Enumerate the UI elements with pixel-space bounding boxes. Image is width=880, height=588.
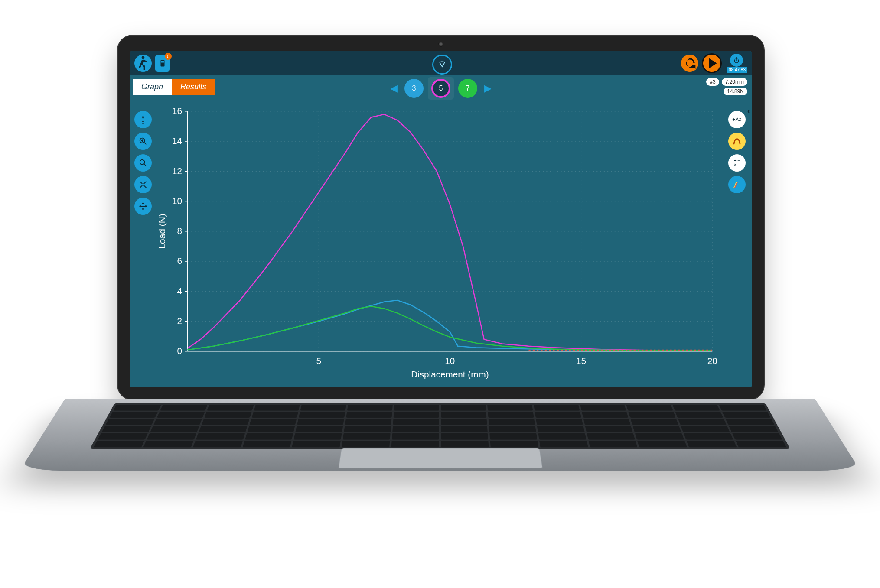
readout-series: #3 — [706, 78, 719, 86]
plot-area: yx ‹ +Aa + −× ÷ 02468101214165101520Disp… — [130, 98, 752, 387]
axes-xy-icon: yx — [142, 115, 144, 124]
refresh-icon — [681, 55, 698, 72]
device-status-button[interactable]: 0 — [155, 55, 170, 72]
zoom-out-icon — [138, 158, 148, 168]
zoom-in-tool[interactable] — [134, 133, 152, 150]
right-toolbar-toggle[interactable]: ‹ — [747, 107, 750, 116]
trackpad — [338, 448, 542, 468]
run-chip-5[interactable]: 5 — [431, 79, 450, 98]
play-button[interactable] — [702, 53, 722, 73]
timer-readout: 08:47.83 — [727, 67, 747, 73]
webcam-dot — [438, 42, 443, 47]
keyboard-keys — [90, 403, 790, 449]
svg-text:12: 12 — [172, 166, 182, 176]
run-chip-3[interactable]: 3 — [404, 79, 424, 98]
device-badge-count: 0 — [165, 53, 172, 60]
running-person-icon — [134, 55, 152, 72]
refresh-button[interactable] — [681, 55, 698, 72]
fit-tool[interactable] — [134, 176, 152, 193]
svg-text:Displacement (mm): Displacement (mm) — [411, 369, 489, 379]
svg-text:Load (N): Load (N) — [157, 214, 167, 249]
svg-rect-1 — [161, 61, 164, 63]
svg-text:20: 20 — [707, 356, 717, 366]
app-screen: 0 08:47. — [130, 51, 752, 387]
readout-y: 14.89N — [724, 88, 747, 95]
laptop-mockup: 0 08:47. — [117, 35, 763, 481]
svg-text:14: 14 — [172, 136, 182, 146]
peak-icon — [732, 136, 742, 146]
annotate-icon: +Aa — [732, 117, 742, 123]
exit-button[interactable] — [134, 55, 152, 72]
peak-tool[interactable] — [728, 133, 746, 150]
chart-svg[interactable]: 02468101214165101520Displacement (mm)Loa… — [156, 102, 721, 383]
calculator-icon: + −× ÷ — [734, 159, 740, 167]
subheader: Graph Results ◀ 3 5 7 ▶ #3 7.20mm 14.89N — [130, 75, 752, 98]
svg-text:10: 10 — [445, 356, 455, 366]
svg-text:5: 5 — [316, 356, 321, 366]
laptop-bezel: 0 08:47. — [117, 35, 765, 400]
compare-tool[interactable] — [728, 176, 746, 193]
left-toolbar: yx — [134, 111, 152, 215]
run-chip-7[interactable]: 7 — [458, 79, 477, 98]
svg-text:8: 8 — [177, 226, 183, 236]
top-bar: 0 08:47. — [130, 51, 752, 75]
run-prev-button[interactable]: ◀ — [388, 83, 400, 94]
tab-results[interactable]: Results — [172, 79, 215, 95]
zoom-in-icon — [138, 136, 148, 146]
svg-text:15: 15 — [576, 356, 586, 366]
tab-graph[interactable]: Graph — [133, 79, 172, 95]
annotate-tool[interactable]: +Aa — [728, 111, 746, 128]
device-icon — [159, 58, 166, 68]
svg-text:16: 16 — [172, 106, 182, 116]
run-next-button[interactable]: ▶ — [482, 83, 494, 94]
svg-text:10: 10 — [172, 196, 182, 206]
calculator-tool[interactable]: + −× ÷ — [728, 154, 746, 172]
svg-text:4: 4 — [177, 286, 183, 296]
view-tabs: Graph Results — [133, 79, 215, 95]
zoom-out-tool[interactable] — [134, 154, 152, 172]
svg-text:2: 2 — [177, 316, 183, 326]
run-selector: ◀ 3 5 7 ▶ — [388, 77, 494, 100]
timer-button[interactable] — [730, 54, 743, 67]
pan-icon — [138, 201, 148, 211]
pan-tool[interactable] — [134, 198, 152, 215]
compare-curves-icon — [732, 180, 742, 189]
logo-v-icon — [438, 60, 447, 69]
fit-icon — [138, 180, 148, 189]
readout-x: 7.20mm — [722, 78, 747, 86]
app-logo — [432, 55, 452, 75]
right-toolbar: +Aa + −× ÷ — [728, 111, 746, 193]
stopwatch-icon — [733, 57, 740, 64]
axes-tool[interactable]: yx — [134, 111, 152, 128]
svg-text:6: 6 — [177, 256, 183, 266]
play-icon — [703, 55, 720, 72]
laptop-keyboard — [20, 399, 860, 471]
svg-text:0: 0 — [177, 346, 183, 356]
cursor-readouts: #3 7.20mm 14.89N — [706, 78, 747, 95]
